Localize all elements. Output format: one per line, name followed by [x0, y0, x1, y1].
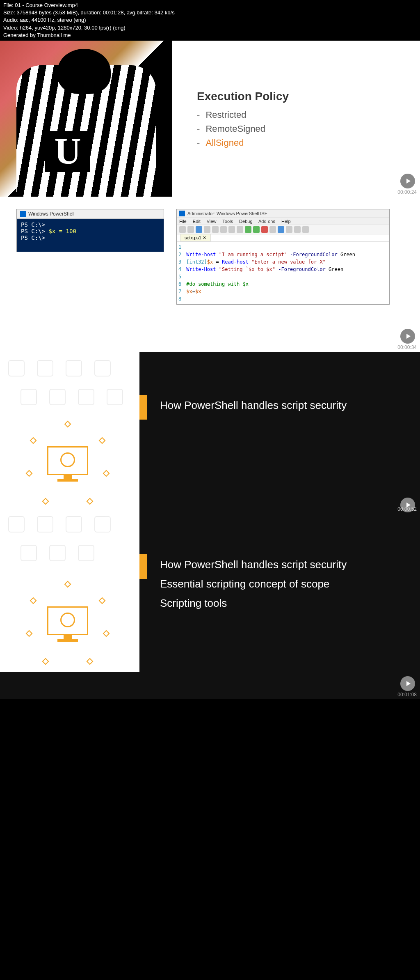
execution-policy-list: Restricted RemoteSigned AllSigned	[197, 110, 289, 148]
tb-break-icon[interactable]	[269, 226, 276, 233]
tb-save-icon[interactable]	[196, 226, 202, 233]
menu-view[interactable]: View	[207, 219, 217, 224]
slide4-line1: How PowerShell handles script security	[160, 558, 347, 571]
slides-3-4: How PowerShell handles script security H…	[0, 352, 420, 672]
tb-panel2-icon[interactable]	[294, 226, 301, 233]
metadata-header: File: 01 - Course Overview.mp4 Size: 375…	[0, 0, 420, 41]
meta-video: Video: h264, yuv420p, 1280x720, 30.00 fp…	[3, 24, 417, 32]
play-button-icon[interactable]	[400, 676, 415, 691]
slide-footer: 00:01:08	[0, 672, 420, 699]
policy-restricted: Restricted	[197, 110, 289, 120]
tb-new-icon[interactable]	[179, 226, 186, 233]
line-numbers: 1 2 3 4 5 6 7 8	[178, 243, 186, 303]
meta-size: Size: 3758948 bytes (3.58 MiB), duration…	[3, 9, 417, 16]
ise-tab-bar: setx.ps1 ✕	[177, 234, 389, 242]
timestamp-1: 00:00:24	[397, 189, 417, 195]
menu-addons[interactable]: Add-ons	[258, 219, 275, 224]
yellow-accent-bar	[139, 395, 147, 420]
referee-image: U	[0, 41, 172, 197]
slide4-line3: Scripting tools	[160, 597, 227, 610]
ise-toolbar	[177, 225, 389, 234]
powershell-ise-window: Administrator: Windows PowerShell ISE Fi…	[176, 209, 390, 305]
ps-line-3: PS C:\>	[21, 234, 160, 241]
ps-line-2: PS C:\> $x = 100	[21, 228, 160, 234]
slide4-line2: Essential scripting concept of scope	[160, 578, 329, 590]
tb-open-icon[interactable]	[187, 226, 194, 233]
ps-console-body: PS C:\> PS C:\> $x = 100 PS C:\>	[17, 219, 164, 252]
tb-panel3-icon[interactable]	[302, 226, 309, 233]
tb-remote-icon[interactable]	[278, 226, 284, 233]
powershell-console: Windows PowerShell PS C:\> PS C:\> $x = …	[16, 209, 164, 252]
meta-audio: Audio: aac, 44100 Hz, stereo (eng)	[3, 16, 417, 24]
slide-execution-policy: U Execution Policy Restricted RemoteSign…	[0, 41, 420, 197]
slide-powershell-windows: Windows PowerShell PS C:\> PS C:\> $x = …	[0, 197, 420, 352]
play-button-icon[interactable]	[400, 329, 415, 344]
policy-remotesigned: RemoteSigned	[197, 124, 289, 134]
pattern-sidebar	[0, 352, 139, 672]
ise-menubar: File Edit View Tools Debug Add-ons Help	[177, 218, 389, 225]
play-button-icon[interactable]	[400, 174, 415, 188]
network-gear-icon	[23, 418, 113, 508]
menu-tools[interactable]: Tools	[222, 219, 233, 224]
tb-run-icon[interactable]	[245, 226, 251, 233]
menu-edit[interactable]: Edit	[193, 219, 201, 224]
menu-file[interactable]: File	[179, 219, 187, 224]
code-content: Write-host "I am running a script" -Fore…	[186, 243, 388, 303]
meta-file: File: 01 - Course Overview.mp4	[3, 2, 417, 9]
referee-badge: U	[45, 131, 90, 172]
tb-paste-icon[interactable]	[220, 226, 227, 233]
ise-title-text: Administrator: Windows PowerShell ISE	[187, 211, 267, 216]
ise-titlebar: Administrator: Windows PowerShell ISE	[177, 209, 389, 218]
tb-panel-icon[interactable]	[286, 226, 292, 233]
menu-help[interactable]: Help	[281, 219, 291, 224]
ise-code-editor: 1 2 3 4 5 6 7 8 Write-host "I am running…	[177, 242, 389, 304]
timestamp-3: 00:00:52	[397, 506, 417, 512]
menu-debug[interactable]: Debug	[239, 219, 252, 224]
slide3-heading: How PowerShell handles script security	[160, 399, 347, 412]
slide1-title: Execution Policy	[197, 90, 289, 103]
ps-title-text: Windows PowerShell	[28, 211, 75, 217]
ise-tab-setx[interactable]: setx.ps1 ✕	[180, 234, 211, 241]
meta-generated: Generated by Thumbnail me	[3, 32, 417, 39]
network-gear-icon	[23, 578, 113, 668]
tb-stop-icon[interactable]	[261, 226, 268, 233]
tb-redo-icon[interactable]	[237, 226, 243, 233]
ps-line-1: PS C:\>	[21, 221, 160, 228]
tb-undo-icon[interactable]	[228, 226, 235, 233]
tb-cut-icon[interactable]	[204, 226, 210, 233]
timestamp-4: 00:01:08	[397, 692, 417, 698]
policy-allsigned: AllSigned	[197, 138, 289, 148]
tb-runsel-icon[interactable]	[253, 226, 260, 233]
yellow-accent-bar	[139, 554, 147, 579]
powershell-icon	[20, 211, 26, 217]
ise-icon	[179, 211, 185, 216]
ps-titlebar: Windows PowerShell	[17, 209, 164, 219]
tb-copy-icon[interactable]	[212, 226, 219, 233]
timestamp-2: 00:00:34	[397, 344, 417, 350]
